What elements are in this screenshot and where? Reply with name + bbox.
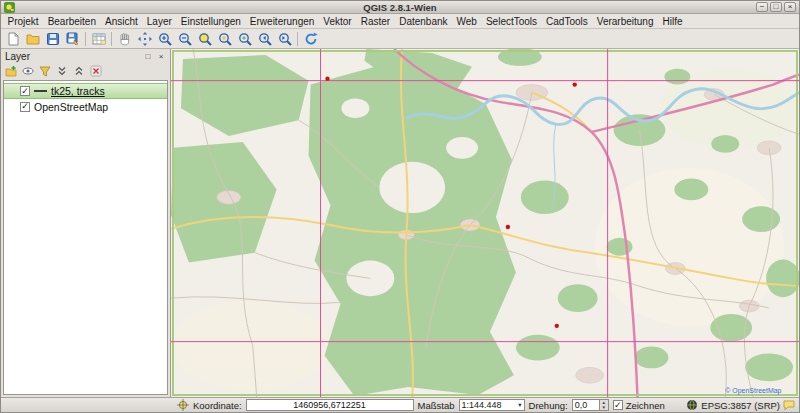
layer-name: OpenStreetMap — [34, 101, 108, 113]
floppy-pencil-icon — [66, 32, 80, 46]
folder-icon — [26, 32, 40, 46]
new-project-button[interactable] — [3, 30, 22, 48]
menu-cadtools[interactable]: CadTools — [542, 15, 593, 28]
open-project-button[interactable] — [23, 30, 42, 48]
minimize-button[interactable]: − — [756, 2, 768, 12]
main-toolbar — [1, 29, 799, 49]
menu-selecttools[interactable]: SelectTools — [481, 15, 541, 28]
expand-all-button[interactable] — [55, 64, 69, 78]
new-file-icon — [6, 32, 20, 46]
map-render: © OpenStreetMap — [171, 49, 799, 397]
floppy-icon — [46, 32, 60, 46]
mouse-position-icon[interactable] — [177, 399, 189, 411]
rotation-label: Drehung: — [529, 400, 568, 411]
layer-item-tk25-tracks[interactable]: ✓ tk25, tracks — [4, 83, 167, 99]
menu-bar: Projekt Bearbeiten Ansicht Layer Einstel… — [1, 14, 799, 29]
table-icon — [92, 32, 106, 46]
refresh-icon — [304, 32, 318, 46]
coordinate-input[interactable] — [246, 399, 414, 411]
layer-name: tk25, tracks — [51, 85, 105, 97]
menu-bearbeiten[interactable]: Bearbeiten — [43, 15, 100, 28]
menu-hilfe[interactable]: Hilfe — [658, 15, 687, 28]
toolbar-separator — [85, 32, 86, 46]
zoom-out-icon — [178, 32, 192, 46]
coordinate-label: Koordinate: — [193, 400, 242, 411]
line-symbol-icon — [34, 90, 47, 92]
remove-layer-button[interactable] — [89, 64, 103, 78]
dock-close-icon[interactable]: × — [156, 52, 166, 61]
qgis-window: QGIS 2.8.1-Wien − □ × Projekt Bearbeiten… — [0, 0, 800, 413]
crs-status-label[interactable]: EPSG:3857 (SRP) — [701, 400, 780, 411]
menu-ansicht[interactable]: Ansicht — [101, 15, 143, 28]
menu-verarbeitung[interactable]: Verarbeitung — [592, 15, 658, 28]
pan-to-selection-button[interactable] — [135, 30, 154, 48]
map-canvas[interactable]: © OpenStreetMap — [171, 49, 799, 397]
dock-float-icon[interactable]: □ — [143, 52, 153, 61]
manage-themes-button[interactable] — [21, 64, 35, 78]
menu-layer[interactable]: Layer — [142, 15, 176, 28]
funnel-icon — [39, 65, 51, 77]
rotation-value: 0,0 — [573, 400, 599, 410]
save-project-as-button[interactable] — [63, 30, 82, 48]
pan-map-button[interactable] — [115, 30, 134, 48]
checkmark-icon: ✓ — [21, 102, 29, 111]
messages-icon[interactable] — [783, 399, 795, 411]
render-toggle[interactable]: ✓ Zeichnen — [613, 400, 665, 411]
render-checkbox[interactable]: ✓ — [613, 400, 623, 410]
zoom-in-icon — [158, 32, 172, 46]
spin-down-icon[interactable]: ▼ — [600, 405, 608, 410]
close-button[interactable]: × — [784, 2, 796, 12]
qgis-logo-icon — [4, 2, 15, 13]
layer-item-openstreetmap[interactable]: ✓ OpenStreetMap — [4, 99, 167, 114]
menu-projekt[interactable]: Projekt — [3, 15, 43, 28]
map-attribution: © OpenStreetMap — [725, 387, 781, 395]
attribute-table-button[interactable] — [89, 30, 108, 48]
title-bar[interactable]: QGIS 2.8.1-Wien − □ × — [1, 1, 799, 14]
zoom-full-button[interactable] — [195, 30, 214, 48]
menu-datenbank[interactable]: Datenbank — [395, 15, 452, 28]
collapse-all-button[interactable] — [72, 64, 86, 78]
menu-web[interactable]: Web — [452, 15, 481, 28]
scale-combobox[interactable]: 1:144.448 ▾ — [459, 399, 525, 411]
hand-icon — [118, 32, 132, 46]
menu-vektor[interactable]: Vektor — [319, 15, 356, 28]
toolbar-separator — [111, 32, 112, 46]
menu-raster[interactable]: Raster — [356, 15, 394, 28]
zoom-next-button[interactable] — [275, 30, 294, 48]
zoom-last-button[interactable] — [255, 30, 274, 48]
rotation-spinner[interactable]: 0,0 ▲ ▼ — [572, 399, 609, 411]
menu-erweiterungen[interactable]: Erweiterungen — [245, 15, 318, 28]
zoom-out-button[interactable] — [175, 30, 194, 48]
chevron-down-icon: ▾ — [518, 401, 521, 409]
layer-visibility-checkbox[interactable]: ✓ — [20, 102, 30, 112]
add-group-icon — [5, 65, 17, 77]
zoom-last-icon — [258, 32, 272, 46]
layers-panel: Layer □ × ✓ tk25, tracks — [1, 49, 171, 397]
save-project-button[interactable] — [43, 30, 62, 48]
checkmark-icon: ✓ — [21, 87, 29, 96]
zoom-selection-icon — [218, 32, 232, 46]
zoom-to-selection-button[interactable] — [215, 30, 234, 48]
layers-panel-titlebar[interactable]: Layer □ × — [1, 49, 170, 63]
zoom-full-icon — [198, 32, 212, 46]
toolbar-separator — [297, 32, 298, 46]
layers-panel-toolbar — [1, 63, 170, 79]
layers-panel-title: Layer — [5, 51, 30, 62]
filter-legend-button[interactable] — [38, 64, 52, 78]
window-title: QGIS 2.8.1-Wien — [1, 2, 799, 13]
remove-icon — [90, 65, 102, 77]
zoom-to-layer-button[interactable] — [235, 30, 254, 48]
checkmark-icon: ✓ — [614, 401, 622, 410]
zoom-next-icon — [278, 32, 292, 46]
layer-visibility-checkbox[interactable]: ✓ — [20, 86, 30, 96]
refresh-map-button[interactable] — [301, 30, 320, 48]
crs-globe-icon[interactable] — [686, 399, 698, 411]
zoom-layer-icon — [238, 32, 252, 46]
status-bar: Koordinate: Maßstab 1:144.448 ▾ Drehung:… — [1, 397, 799, 412]
render-label: Zeichnen — [626, 400, 665, 411]
menu-einstellungen[interactable]: Einstellungen — [176, 15, 245, 28]
zoom-in-button[interactable] — [155, 30, 174, 48]
scale-value: 1:144.448 — [462, 400, 517, 410]
maximize-button[interactable]: □ — [770, 2, 782, 12]
add-group-button[interactable] — [4, 64, 18, 78]
